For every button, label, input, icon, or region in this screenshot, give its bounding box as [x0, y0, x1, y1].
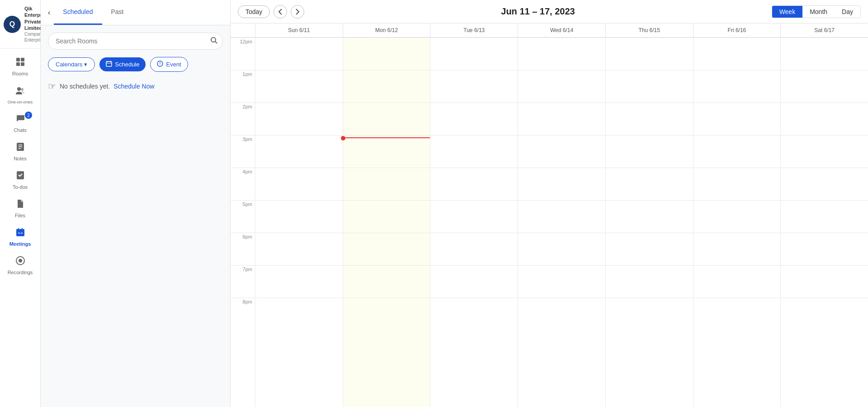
schedule-now-link[interactable]: Schedule Now [113, 83, 154, 90]
day-cell[interactable] [518, 37, 605, 70]
day-cell[interactable] [693, 265, 781, 298]
panel-back-button[interactable]: ‹ [48, 1, 54, 24]
day-cell[interactable] [255, 200, 343, 233]
day-cell[interactable] [781, 70, 868, 103]
day-cell[interactable] [430, 298, 518, 330]
day-cell[interactable] [430, 135, 518, 168]
sidebar-item-todos[interactable]: To-dos [0, 166, 40, 194]
calendars-button[interactable]: Calendars ▾ [48, 57, 95, 71]
day-cell[interactable] [518, 265, 605, 298]
day-view-button[interactable]: Day [835, 6, 860, 18]
sidebar-item-chats[interactable]: 2 Chats [0, 109, 40, 137]
day-cell[interactable] [606, 298, 693, 330]
no-schedule-area: ☞ No schedules yet. Schedule Now [48, 81, 223, 92]
day-cell[interactable] [606, 265, 693, 298]
day-cell[interactable] [518, 135, 605, 168]
prev-button[interactable] [274, 5, 287, 19]
day-cell[interactable] [343, 70, 430, 103]
day-cell[interactable] [518, 200, 605, 233]
calendar-header: Today Jun 11 – 17, 2023 Week Month Day [231, 0, 868, 23]
day-cell[interactable] [255, 168, 343, 200]
day-cell[interactable] [343, 103, 430, 135]
day-cell[interactable] [518, 168, 605, 200]
week-view-button[interactable]: Week [772, 6, 803, 18]
day-cell[interactable] [606, 135, 693, 168]
calendar-area: Today Jun 11 – 17, 2023 Week Month Day S… [231, 0, 868, 407]
search-input[interactable] [48, 33, 223, 50]
next-button[interactable] [291, 5, 304, 19]
day-cell[interactable] [693, 168, 781, 200]
day-cell[interactable] [781, 298, 868, 330]
day-cell[interactable] [781, 103, 868, 135]
day-cell[interactable] [430, 168, 518, 200]
day-cell[interactable] [693, 233, 781, 265]
day-cell[interactable] [693, 37, 781, 70]
search-button[interactable] [210, 37, 217, 46]
day-cell[interactable] [693, 70, 781, 103]
day-cell[interactable] [343, 168, 430, 200]
event-button[interactable]: Event [150, 57, 188, 72]
day-cell[interactable] [343, 37, 430, 70]
day-cell[interactable] [430, 233, 518, 265]
day-cell[interactable] [606, 200, 693, 233]
day-cell[interactable] [693, 135, 781, 168]
schedule-button[interactable]: Schedule [99, 57, 146, 71]
day-cell[interactable] [606, 70, 693, 103]
day-cell[interactable] [430, 70, 518, 103]
day-cell[interactable] [255, 37, 343, 70]
day-col-thu[interactable] [605, 37, 693, 407]
day-cell[interactable] [781, 168, 868, 200]
day-col-tue[interactable] [430, 37, 518, 407]
day-cell[interactable] [606, 168, 693, 200]
day-cell[interactable] [430, 200, 518, 233]
time-slot-1pm: 1pm [231, 70, 255, 103]
day-cell[interactable] [693, 103, 781, 135]
day-col-mon[interactable] [343, 37, 430, 407]
day-cell[interactable] [606, 103, 693, 135]
day-cell[interactable] [343, 200, 430, 233]
day-cell[interactable] [255, 103, 343, 135]
sidebar-item-one-on-ones[interactable]: One-on-ones [0, 81, 40, 109]
day-cell[interactable] [255, 135, 343, 168]
sidebar-item-rooms[interactable]: Rooms [0, 52, 40, 81]
day-cell[interactable] [255, 298, 343, 330]
brand-area[interactable]: Q Qik Enterprises Private Limited Compan… [0, 0, 40, 49]
day-cell[interactable] [606, 37, 693, 70]
sidebar-item-files[interactable]: Files [0, 194, 40, 223]
day-cell[interactable] [518, 103, 605, 135]
day-cell[interactable] [343, 135, 430, 168]
today-button[interactable]: Today [238, 5, 270, 18]
day-col-fri[interactable] [693, 37, 781, 407]
tab-past[interactable]: Past [102, 0, 133, 25]
day-cell[interactable] [343, 233, 430, 265]
day-cell[interactable] [781, 265, 868, 298]
sidebar-item-meetings[interactable]: Meetings [0, 223, 40, 251]
day-cell[interactable] [693, 200, 781, 233]
sidebar-item-recordings[interactable]: Recordings [0, 251, 40, 280]
day-cell[interactable] [518, 70, 605, 103]
day-cell[interactable] [781, 200, 868, 233]
month-view-button[interactable]: Month [802, 6, 835, 18]
day-col-sat[interactable] [780, 37, 868, 407]
day-cell[interactable] [255, 265, 343, 298]
day-cell[interactable] [693, 298, 781, 330]
day-header-sat: Sat 6/17 [780, 23, 868, 37]
day-cell[interactable] [518, 298, 605, 330]
day-cell[interactable] [430, 37, 518, 70]
day-cell[interactable] [518, 233, 605, 265]
day-cell[interactable] [781, 233, 868, 265]
day-cell[interactable] [606, 233, 693, 265]
day-col-sun[interactable] [255, 37, 343, 407]
sidebar-item-notes[interactable]: Notes [0, 137, 40, 166]
day-cell[interactable] [255, 233, 343, 265]
day-cell[interactable] [430, 265, 518, 298]
day-cell[interactable] [343, 298, 430, 330]
day-cell[interactable] [255, 70, 343, 103]
day-cell[interactable] [781, 37, 868, 70]
tab-scheduled[interactable]: Scheduled [54, 0, 102, 25]
day-cell[interactable] [781, 135, 868, 168]
day-cell[interactable] [343, 265, 430, 298]
svg-point-18 [19, 259, 22, 262]
day-col-wed[interactable] [518, 37, 605, 407]
day-cell[interactable] [430, 103, 518, 135]
